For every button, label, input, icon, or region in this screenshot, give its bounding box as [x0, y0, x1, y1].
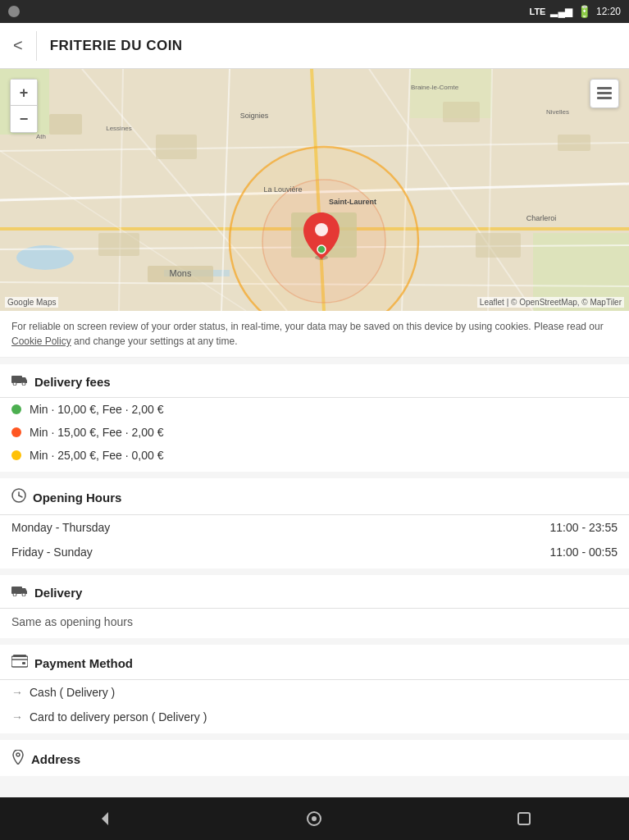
fee-text-1: Min · 10,00 €, Fee · 2,00 €: [30, 403, 163, 416]
circle-icon: [8, 6, 20, 17]
delivery-section: Delivery Same as opening hours: [0, 575, 629, 638]
svg-point-34: [317, 245, 326, 253]
hours-days-2: Friday - Sunday: [11, 546, 93, 559]
map-container[interactable]: Mons Ath Lessines Soignies Braine-le-Com…: [0, 69, 629, 311]
svg-text:Saint-Laurent: Saint-Laurent: [329, 198, 376, 206]
hours-time-1: 11:00 - 23:55: [549, 521, 618, 534]
opening-hours-icon: [11, 488, 26, 506]
svg-point-50: [13, 593, 16, 596]
fee-text-3: Min · 25,00 €, Fee · 0,00 €: [30, 449, 163, 462]
delivery-fees-section: Delivery fees Min · 10,00 €, Fee · 2,00 …: [0, 364, 629, 472]
fee-text-2: Min · 15,00 €, Fee · 2,00 €: [30, 426, 163, 439]
fee-row-3: Min · 25,00 €, Fee · 0,00 €: [0, 444, 629, 472]
svg-text:Braine-le-Comte: Braine-le-Comte: [411, 84, 459, 91]
battery-icon: 🔋: [577, 5, 591, 18]
svg-text:Mons: Mons: [170, 268, 192, 278]
delivery-icon: [11, 585, 28, 600]
svg-rect-52: [11, 656, 28, 667]
payment-method-section: Payment Method → Cash ( Delivery ) → Car…: [0, 645, 629, 733]
hours-row-2: Friday - Sunday 11:00 - 00:55: [0, 540, 629, 568]
svg-rect-55: [22, 662, 25, 664]
nav-square-icon: [517, 811, 531, 826]
payment-method-title: Payment Method: [34, 656, 133, 670]
delivery-fees-header: Delivery fees: [0, 364, 629, 397]
svg-rect-25: [443, 102, 480, 122]
nav-back-icon: [97, 810, 113, 827]
delivery-header: Delivery: [0, 575, 629, 608]
nav-divider: [36, 31, 37, 61]
time-display: 12:20: [596, 6, 621, 17]
svg-text:Lessines: Lessines: [106, 125, 132, 132]
hours-days-1: Monday - Thursday: [11, 521, 110, 534]
payment-arrow-icon-2: →: [11, 710, 23, 724]
address-title: Address: [31, 752, 80, 766]
svg-rect-26: [558, 135, 590, 151]
opening-hours-title: Opening Hours: [33, 491, 121, 504]
nav-back-button[interactable]: [89, 802, 121, 835]
svg-point-59: [312, 816, 317, 821]
back-chevron-icon: <: [13, 36, 23, 55]
bottom-nav: [0, 797, 629, 840]
cookie-policy-link[interactable]: Cookie Policy: [11, 336, 71, 347]
main-content: Mons Ath Lessines Soignies Braine-le-Com…: [0, 69, 629, 797]
address-section: Address: [0, 740, 629, 776]
payment-icon: [11, 655, 28, 671]
status-bar: LTE ▂▄▆ 🔋 12:20: [0, 0, 629, 23]
svg-line-48: [19, 495, 22, 497]
nav-square-button[interactable]: [508, 802, 540, 835]
payment-text-2: Card to delivery person ( Delivery ): [30, 710, 207, 724]
svg-point-33: [315, 223, 328, 236]
nav-bar: < FRITERIE DU COIN: [0, 23, 629, 69]
nav-home-button[interactable]: [298, 802, 330, 835]
map-svg: Mons Ath Lessines Soignies Braine-le-Com…: [0, 69, 629, 311]
svg-rect-43: [11, 376, 22, 383]
fee-dot-2: [11, 427, 21, 437]
svg-rect-27: [476, 233, 521, 258]
opening-hours-section: Opening Hours Monday - Thursday 11:00 - …: [0, 478, 629, 568]
payment-method-header: Payment Method: [0, 645, 629, 679]
layers-icon: [595, 84, 613, 103]
map-zoom-controls[interactable]: + −: [10, 79, 38, 133]
page-title: FRITERIE DU COIN: [50, 38, 183, 54]
map-attribution-left: Google Maps: [5, 297, 58, 308]
status-bar-right: LTE ▂▄▆ 🔋 12:20: [529, 5, 621, 18]
nav-home-icon: [306, 810, 322, 827]
zoom-in-button[interactable]: +: [11, 80, 37, 106]
payment-row-2: → Card to delivery person ( Delivery ): [0, 705, 629, 733]
svg-marker-57: [102, 812, 108, 825]
delivery-fees-title: Delivery fees: [34, 375, 111, 389]
opening-hours-header: Opening Hours: [0, 478, 629, 514]
svg-rect-49: [11, 587, 22, 594]
cookie-text2: and change your settings at any time.: [74, 336, 237, 347]
back-button[interactable]: <: [13, 36, 23, 55]
payment-row-1: → Cash ( Delivery ): [0, 680, 629, 705]
svg-rect-28: [98, 233, 139, 256]
fee-row-1: Min · 10,00 €, Fee · 2,00 €: [0, 398, 629, 421]
delivery-title: Delivery: [34, 586, 82, 600]
payment-arrow-icon-1: →: [11, 686, 23, 699]
signal-icon: ▂▄▆: [550, 6, 572, 17]
svg-rect-24: [156, 135, 197, 159]
svg-text:Nivelles: Nivelles: [546, 108, 569, 116]
address-header: Address: [0, 740, 629, 776]
zoom-out-button[interactable]: −: [11, 106, 37, 132]
svg-point-56: [16, 753, 20, 756]
svg-point-51: [22, 593, 25, 596]
svg-rect-60: [518, 813, 530, 824]
hours-row-1: Monday - Thursday 11:00 - 23:55: [0, 515, 629, 540]
svg-rect-54: [13, 655, 26, 657]
payment-text-1: Cash ( Delivery ): [30, 686, 115, 699]
svg-rect-23: [49, 114, 82, 135]
fee-dot-1: [11, 404, 21, 414]
address-icon: [11, 750, 25, 768]
svg-point-44: [13, 382, 16, 386]
lte-icon: LTE: [529, 7, 545, 16]
fee-dot-3: [11, 450, 21, 460]
delivery-note: Same as opening hours: [0, 609, 629, 638]
svg-text:La Louvière: La Louvière: [263, 185, 302, 194]
map-attribution-right: Leaflet | © OpenStreetMap, © MapTiler: [477, 297, 624, 308]
map-layers-button[interactable]: [590, 79, 619, 108]
svg-text:Ath: Ath: [36, 133, 46, 140]
fee-row-2: Min · 15,00 €, Fee · 2,00 €: [0, 421, 629, 444]
cookie-notice: For reliable on screen review of your or…: [0, 311, 629, 358]
